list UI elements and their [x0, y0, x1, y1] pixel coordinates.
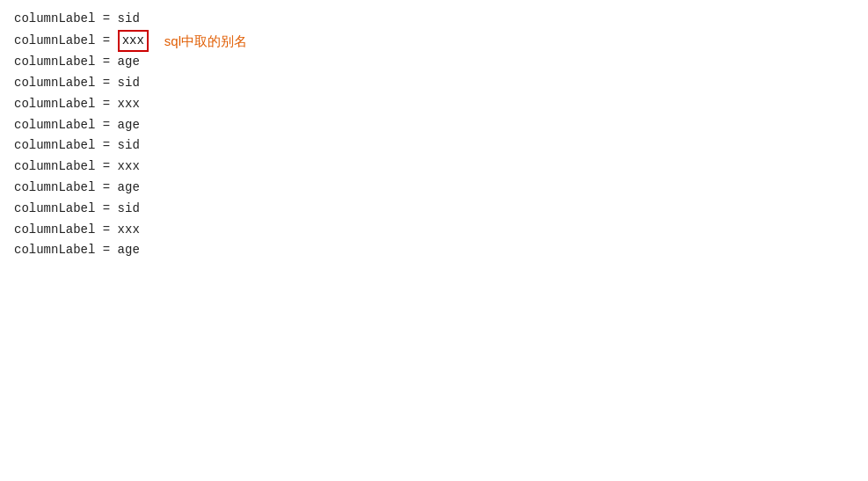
boxed-value-1: xxx [118, 30, 149, 52]
console-output: columnLabel = sidcolumnLabel = xxxsql中取的… [0, 0, 868, 481]
console-row-0: columnLabel = sid [14, 9, 854, 30]
console-row-8: columnLabel = age [14, 178, 854, 199]
console-row-9: columnLabel = sid [14, 199, 854, 220]
annotation-text: sql中取的别名 [164, 30, 247, 53]
console-row-6: columnLabel = sid [14, 135, 854, 157]
console-row-1: columnLabel = xxxsql中取的别名 [14, 30, 854, 53]
console-row-2: columnLabel = age [14, 52, 854, 73]
row-prefix-1: columnLabel = [14, 31, 118, 52]
console-row-10: columnLabel = xxx [14, 220, 854, 241]
console-row-4: columnLabel = xxx [14, 94, 854, 115]
rows-container: columnLabel = sidcolumnLabel = xxxsql中取的… [14, 9, 854, 261]
console-row-7: columnLabel = xxx [14, 157, 854, 178]
console-row-11: columnLabel = age [14, 240, 854, 261]
console-row-5: columnLabel = age [14, 115, 854, 136]
console-row-3: columnLabel = sid [14, 73, 854, 94]
